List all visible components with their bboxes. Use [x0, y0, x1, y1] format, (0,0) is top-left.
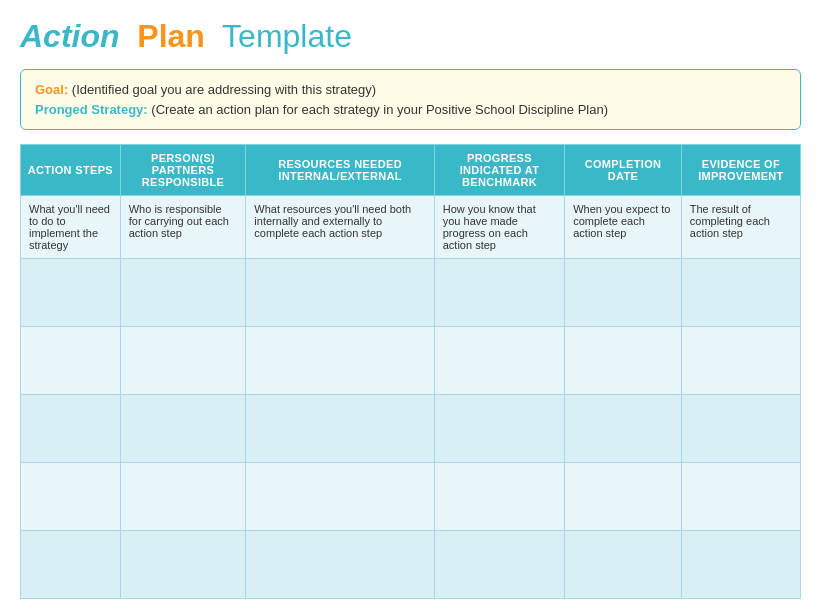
cell-0-1[interactable]: [120, 259, 246, 327]
cell-4-1[interactable]: [120, 531, 246, 599]
cell-3-0[interactable]: [21, 463, 121, 531]
goal-box: Goal: (Identified goal you are addressin…: [20, 69, 801, 130]
cell-2-4[interactable]: [565, 395, 682, 463]
cell-0-3[interactable]: [434, 259, 564, 327]
table-row: [21, 463, 801, 531]
page-title: Action Plan Template: [20, 18, 801, 55]
header-evidence: EVIDENCE OF IMPROVEMENT: [681, 145, 800, 196]
goal-text: (Identified goal you are addressing with…: [72, 82, 376, 97]
cell-0-0[interactable]: [21, 259, 121, 327]
cell-2-2[interactable]: [246, 395, 434, 463]
cell-4-2[interactable]: [246, 531, 434, 599]
cell-1-2[interactable]: [246, 327, 434, 395]
cell-4-3[interactable]: [434, 531, 564, 599]
cell-3-5[interactable]: [681, 463, 800, 531]
cell-4-5[interactable]: [681, 531, 800, 599]
cell-1-0[interactable]: [21, 327, 121, 395]
cell-0-4[interactable]: [565, 259, 682, 327]
cell-2-5[interactable]: [681, 395, 800, 463]
table-row: [21, 395, 801, 463]
desc-cell-4: When you expect to complete each action …: [565, 196, 682, 259]
cell-4-0[interactable]: [21, 531, 121, 599]
cell-2-3[interactable]: [434, 395, 564, 463]
table-description-row: What you'll need to do to implement the …: [21, 196, 801, 259]
cell-0-2[interactable]: [246, 259, 434, 327]
header-completion: COMPLETION DATE: [565, 145, 682, 196]
action-plan-table: ACTION STEPS PERSON(S) PARTNERS RESPONSI…: [20, 144, 801, 599]
pronged-label: Pronged Strategy:: [35, 102, 148, 117]
cell-1-5[interactable]: [681, 327, 800, 395]
pronged-line: Pronged Strategy: (Create an action plan…: [35, 100, 786, 120]
cell-3-3[interactable]: [434, 463, 564, 531]
table-row: [21, 259, 801, 327]
cell-1-4[interactable]: [565, 327, 682, 395]
cell-1-3[interactable]: [434, 327, 564, 395]
goal-label: Goal:: [35, 82, 68, 97]
table-row: [21, 531, 801, 599]
cell-4-4[interactable]: [565, 531, 682, 599]
cell-3-2[interactable]: [246, 463, 434, 531]
cell-2-1[interactable]: [120, 395, 246, 463]
title-action: Action: [20, 18, 120, 54]
pronged-text: (Create an action plan for each strategy…: [151, 102, 608, 117]
cell-3-4[interactable]: [565, 463, 682, 531]
header-resources: RESOURCES NEEDED INTERNAL/EXTERNAL: [246, 145, 434, 196]
cell-1-1[interactable]: [120, 327, 246, 395]
cell-2-0[interactable]: [21, 395, 121, 463]
header-persons: PERSON(S) PARTNERS RESPONSIBLE: [120, 145, 246, 196]
title-plan: Plan: [137, 18, 205, 54]
desc-cell-2: What resources you'll need both internal…: [246, 196, 434, 259]
table-row: [21, 327, 801, 395]
desc-cell-3: How you know that you have made progress…: [434, 196, 564, 259]
header-progress: PROGRESS INDICATED AT BENCHMARK: [434, 145, 564, 196]
table-header-row: ACTION STEPS PERSON(S) PARTNERS RESPONSI…: [21, 145, 801, 196]
desc-cell-0: What you'll need to do to implement the …: [21, 196, 121, 259]
desc-cell-1: Who is responsible for carrying out each…: [120, 196, 246, 259]
desc-cell-5: The result of completing each action ste…: [681, 196, 800, 259]
title-template: Template: [222, 18, 352, 54]
header-action-steps: ACTION STEPS: [21, 145, 121, 196]
goal-line: Goal: (Identified goal you are addressin…: [35, 80, 786, 100]
cell-3-1[interactable]: [120, 463, 246, 531]
cell-0-5[interactable]: [681, 259, 800, 327]
